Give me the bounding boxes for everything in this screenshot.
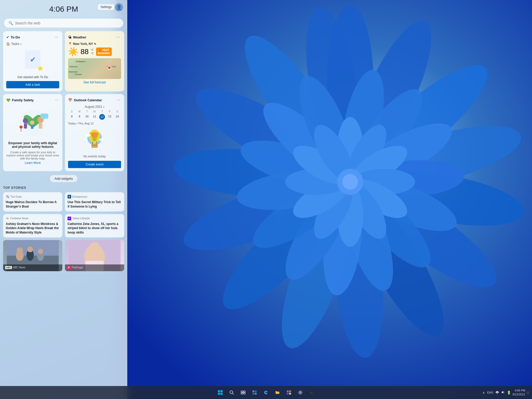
calendar-app-icon: 📅 — [68, 98, 72, 102]
svg-point-72 — [38, 249, 43, 254]
news-item-1[interactable]: 🐾 The Dodo Huge Walrus Decides To Borrow… — [3, 192, 62, 211]
svg-point-45 — [23, 118, 28, 123]
todo-menu-button[interactable]: ··· — [54, 34, 59, 40]
day-t2: T — [98, 110, 106, 113]
map-city-bridgeport: Bridgeport — [76, 60, 85, 63]
svg-rect-88 — [255, 390, 257, 392]
weather-location-marker — [108, 66, 111, 70]
taskbar-search-button[interactable] — [227, 387, 237, 398]
terminal-button[interactable]: >_ — [307, 387, 317, 398]
create-event-button[interactable]: Create event — [68, 161, 121, 168]
taskbar-right: ∧ ENG 🔋 4:06 PM 8/12/2021 □ — [482, 389, 532, 397]
notification-icon[interactable]: □ — [527, 391, 529, 395]
news-image-item-2[interactable]: P PopSugar — [65, 240, 124, 271]
temperature-units: °F °C — [91, 48, 94, 55]
news-headline-3: Ashley Graham's Neon Minidress & Golden … — [6, 222, 60, 235]
news-item-3[interactable]: fn Footwear News Ashley Graham's Neon Mi… — [3, 214, 62, 237]
news-bottom-grid: ABC ABC News P — [3, 240, 124, 271]
top-stories-section: TOP STORIES 🐾 The Dodo Huge Walrus Decid… — [3, 186, 124, 271]
yahoo-icon: Y! — [68, 217, 71, 220]
learn-more-link[interactable]: Learn More — [6, 161, 59, 165]
settings-button[interactable]: Settings — [98, 4, 114, 10]
svg-point-64 — [100, 138, 103, 140]
cal-date-14[interactable]: 14 — [114, 114, 121, 120]
cal-date-13[interactable]: 13 — [106, 114, 114, 120]
calendar-day-names: S M T W T F S — [68, 110, 121, 113]
network-icon[interactable] — [495, 390, 499, 395]
day-t1: T — [83, 110, 91, 113]
news-source-4: Y! Yahoo Lifestyle — [68, 217, 122, 220]
celsius-unit: °C — [91, 52, 94, 55]
svg-point-62 — [87, 134, 91, 136]
day-m: M — [76, 110, 83, 113]
news-item-4[interactable]: Y! Yahoo Lifestyle Catherine Zeta-Jones,… — [65, 214, 124, 237]
add-widgets-button[interactable]: Add widgets — [50, 175, 78, 182]
day-s1: S — [68, 110, 76, 113]
cal-date-9[interactable]: 9 — [76, 114, 83, 120]
popsugar-icon: P — [67, 266, 71, 269]
abc-icon: ABC — [5, 266, 12, 269]
weather-menu-button[interactable]: ··· — [116, 34, 121, 40]
user-avatar-icon: 👤 — [116, 4, 122, 10]
svg-point-75 — [89, 242, 100, 254]
cal-date-11[interactable]: 11 — [91, 114, 98, 120]
add-task-button[interactable]: Add a task — [6, 81, 59, 88]
edge-button[interactable] — [261, 387, 271, 398]
language-indicator[interactable]: ENG — [487, 391, 493, 394]
task-view-button[interactable] — [238, 387, 248, 398]
store-button[interactable] — [284, 387, 294, 398]
calendar-menu-button[interactable]: ··· — [116, 97, 121, 103]
widgets-button[interactable] — [249, 387, 260, 398]
svg-rect-89 — [252, 393, 254, 395]
file-explorer-button[interactable] — [272, 387, 283, 398]
todo-widget: ✔ To Do ··· 🏠 Tasks ▾ ✔ ⭐ Get started wi… — [3, 31, 62, 91]
svg-rect-83 — [241, 391, 243, 392]
news-image-item-1[interactable]: ABC ABC News — [3, 240, 62, 271]
svg-point-43 — [342, 174, 358, 190]
volume-icon[interactable] — [501, 390, 505, 395]
news-item-2[interactable]: E Entrepreneur Use This Secret Military … — [65, 192, 124, 211]
svg-point-95 — [300, 392, 301, 393]
todo-tasks-row[interactable]: 🏠 Tasks ▾ — [6, 42, 22, 46]
temperature-value: 88 — [81, 48, 89, 56]
taskbar-clock[interactable]: 4:06 PM 8/12/2021 — [513, 389, 525, 397]
cal-date-8[interactable]: 8 — [68, 114, 76, 120]
map-city-trenton: Trenton — [75, 73, 82, 76]
svg-rect-48 — [39, 123, 42, 129]
settings-gear-button[interactable] — [295, 387, 305, 398]
svg-rect-86 — [243, 393, 245, 394]
day-s2: S — [114, 110, 121, 113]
weather-cloud-icon: 🌤 — [68, 35, 71, 39]
popsugar-label: PopSugar — [72, 266, 83, 269]
source-name-3: Footwear News — [10, 217, 28, 220]
cal-date-12-today[interactable]: 12 — [99, 114, 105, 120]
svg-rect-59 — [91, 144, 98, 148]
cal-date-10[interactable]: 10 — [83, 114, 91, 120]
family-safety-menu-button[interactable]: ··· — [54, 97, 59, 103]
tray-arrow-icon[interactable]: ∧ — [482, 391, 485, 395]
weather-main-row: ☀️ 88 °F °C 🔺 HEAT WARNING — [68, 47, 121, 57]
svg-line-82 — [232, 393, 234, 395]
avatar-button[interactable]: 👤 — [115, 3, 123, 11]
taskbar: >_ ∧ ENG 🔋 4:06 PM 8/12/2021 □ — [0, 386, 532, 399]
tasks-label: Tasks — [11, 42, 19, 46]
family-safety-icon: 💚 — [6, 98, 10, 102]
news-headline-1: Huge Walrus Decides To Borrow A Stranger… — [6, 200, 60, 209]
start-button[interactable] — [215, 387, 225, 398]
family-illustration — [6, 107, 59, 138]
news-image-overlay-2: P PopSugar — [65, 264, 124, 271]
widget-panel: 4:06 PM Settings 👤 🔍 ✔ To Do ··· 🏠 Tasks… — [0, 0, 127, 399]
see-forecast-link[interactable]: See full forecast — [68, 81, 121, 84]
battery-icon[interactable]: 🔋 — [507, 391, 511, 395]
map-city-paterson: Paterson — [69, 65, 78, 68]
calendar-title: Outlook Calendar — [74, 98, 102, 102]
todo-check-icon: ✔ — [30, 55, 36, 64]
calendar-balloon-illustration — [68, 128, 121, 151]
edit-location-icon[interactable]: ✎ — [94, 43, 96, 45]
search-bar[interactable]: 🔍 — [4, 19, 123, 28]
taskbar-center-icons: >_ — [215, 387, 317, 398]
svg-point-68 — [17, 247, 23, 254]
calendar-grid: S M T W T F S 8 9 10 11 12 13 14 — [68, 110, 121, 120]
source-name-1: The Dodo — [10, 195, 22, 198]
search-input[interactable] — [15, 21, 119, 25]
